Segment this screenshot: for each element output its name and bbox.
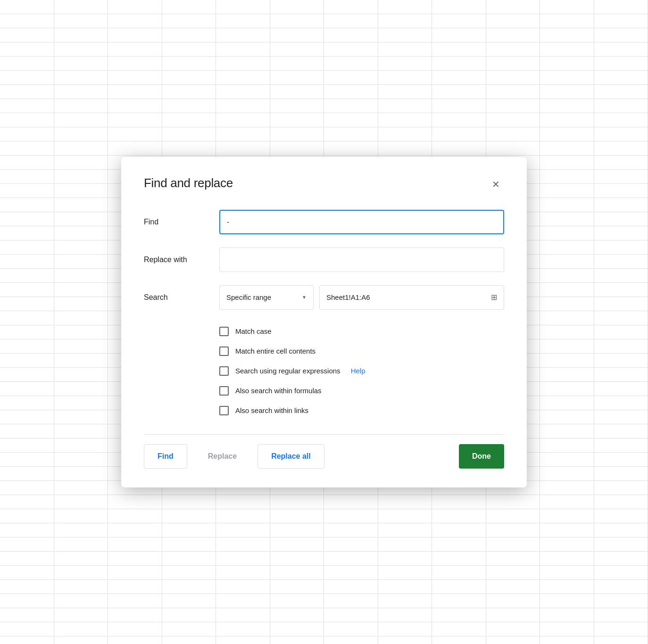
range-input[interactable] [326, 293, 486, 301]
find-row: Find [144, 210, 504, 234]
close-button[interactable]: ✕ [487, 176, 504, 193]
find-input[interactable] [219, 210, 504, 234]
match-entire-cell-row: Match entire cell contents [219, 347, 504, 356]
regex-checkbox[interactable] [219, 366, 229, 376]
replace-with-input[interactable] [219, 248, 504, 272]
replace-with-label: Replace with [144, 256, 219, 264]
regex-row: Search using regular expressions Help [219, 366, 504, 376]
within-formulas-checkbox[interactable] [219, 386, 229, 396]
within-links-row: Also search within links [219, 406, 504, 415]
dialog-header: Find and replace ✕ [144, 176, 504, 193]
regex-label: Search using regular expressions [235, 367, 341, 375]
search-dropdown[interactable]: All sheets This sheet Specific range [226, 293, 302, 301]
within-links-checkbox[interactable] [219, 406, 229, 415]
range-input-wrapper: ⊞ [319, 285, 504, 310]
within-links-label: Also search within links [235, 406, 308, 414]
replace-button: Replace [195, 444, 250, 469]
dialog-title: Find and replace [144, 176, 233, 190]
find-replace-dialog: Find and replace ✕ Find Replace with Sea… [121, 157, 527, 487]
within-formulas-label: Also search within formulas [235, 387, 322, 395]
grid-select-icon[interactable]: ⊞ [491, 293, 497, 302]
match-case-checkbox[interactable] [219, 327, 229, 336]
match-case-row: Match case [219, 327, 504, 336]
help-link[interactable]: Help [351, 367, 366, 375]
replace-with-row: Replace with [144, 248, 504, 272]
dialog-footer: Find Replace Replace all Done [144, 434, 504, 469]
search-label: Search [144, 293, 219, 302]
match-entire-cell-label: Match entire cell contents [235, 347, 316, 355]
dropdown-arrow-icon: ▼ [302, 295, 307, 300]
match-case-label: Match case [235, 327, 272, 335]
checkboxes-section: Match case Match entire cell contents Se… [219, 327, 504, 415]
within-formulas-row: Also search within formulas [219, 386, 504, 396]
find-button[interactable]: Find [144, 444, 187, 469]
replace-all-button[interactable]: Replace all [258, 444, 324, 469]
search-controls: All sheets This sheet Specific range ▼ ⊞ [219, 285, 504, 310]
done-button[interactable]: Done [459, 444, 504, 469]
search-row: Search All sheets This sheet Specific ra… [144, 285, 504, 310]
find-label: Find [144, 218, 219, 226]
match-entire-cell-checkbox[interactable] [219, 347, 229, 356]
search-dropdown-wrapper[interactable]: All sheets This sheet Specific range ▼ [219, 285, 314, 310]
